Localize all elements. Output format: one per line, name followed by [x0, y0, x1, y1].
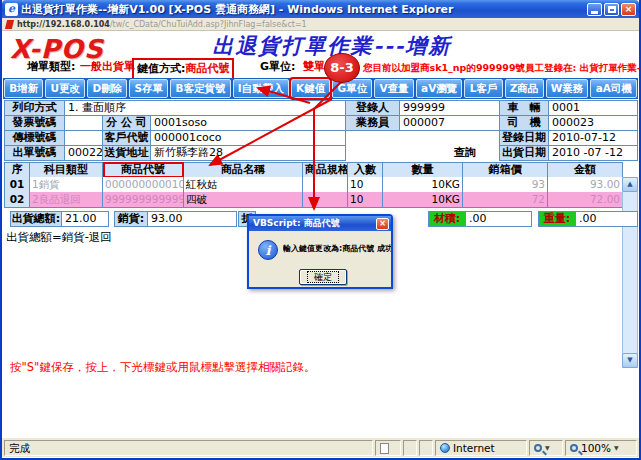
url-text[interactable]: http://192.168.0.104/tw/c_CData/ChuTuiAd…	[17, 20, 307, 29]
volume-field: .00	[465, 211, 532, 227]
zoom-control[interactable]: 100%▼	[565, 440, 637, 456]
dialog-close-button[interactable]: ×	[376, 218, 389, 230]
status-text: 完成	[9, 441, 30, 455]
voucher-field[interactable]	[64, 130, 103, 146]
print-mode-label: 列印方式	[4, 100, 65, 116]
weight-label: 重量:	[538, 211, 576, 227]
sales-label: 銷貨:	[114, 211, 148, 227]
add-type-label: 增單類型:	[27, 58, 75, 76]
address-bar: http://192.168.0.104/tw/c_CData/ChuTuiAd…	[2, 18, 639, 31]
volume-label: 材積:	[428, 211, 466, 227]
check-qty-button[interactable]: V查量	[374, 79, 414, 98]
order-no-field[interactable]: 000227	[64, 145, 103, 161]
key-mode-label: 鍵值方式:	[137, 62, 185, 75]
update-button[interactable]: U更改	[45, 79, 85, 98]
function-toolbar: B增新 U更改 D刪除 S存單 B客定貨號 I自動帶入 K鍵值 G單位 V查量 …	[3, 78, 638, 99]
col-type: 科目類型	[30, 162, 103, 178]
reg-date-label: 登錄日期	[499, 130, 549, 146]
key-value-button[interactable]: K鍵值	[291, 79, 331, 98]
vbscript-dialog: VBScript: 商品代號 × i 輸入鍵值更改為:商品代號 成功! 確定	[247, 214, 393, 289]
globe-icon	[440, 443, 450, 453]
print-mode-field[interactable]: 1. 畫面順序	[64, 100, 346, 116]
cell-code: 0000000000109	[103, 177, 184, 193]
branch-field[interactable]: 0001soso	[150, 115, 346, 131]
info-icon: i	[258, 240, 278, 260]
dialog-title: VBScript: 商品代號	[253, 217, 376, 230]
cell-type: 2良品退回	[30, 192, 103, 208]
vehicle-field[interactable]: 0001	[548, 100, 638, 116]
total-field: 21.00	[61, 211, 109, 227]
maximize-icon	[608, 6, 616, 13]
col-amount: 金額	[548, 162, 623, 178]
cell-qty-in: 10	[348, 177, 383, 193]
registrant-field[interactable]: 999999	[399, 100, 500, 116]
g-unit-label: G單位:	[260, 58, 295, 76]
security-zone-panel: Internet	[435, 440, 527, 456]
minimize-icon	[591, 11, 598, 14]
sales-button[interactable]: W業務	[546, 79, 589, 98]
scroll-down-button[interactable]: ▼	[622, 353, 638, 368]
browser-window: e 出退貨打單作業--增新V1.00 [X-POS 雲通商務網] - Windo…	[0, 0, 641, 460]
ship-date-field[interactable]: 2010 -07 -12	[548, 145, 638, 161]
dialog-message: 輸入鍵值更改為:商品代號 成功!	[283, 244, 391, 254]
phishing-filter-panel[interactable]: ▼	[529, 440, 563, 456]
browse-button[interactable]: aV瀏覽	[416, 79, 463, 98]
table-row[interactable]: 01 1銷貨 0000000000109 紅秋姑 10 10KG 93 93.0…	[4, 177, 623, 193]
reg-date-field[interactable]: 2010-07-12	[548, 130, 638, 146]
close-button[interactable]: ×	[621, 3, 636, 16]
col-qty-in: 入數	[348, 162, 383, 178]
customer-field[interactable]: 000001coco	[150, 130, 346, 146]
zoom-icon	[570, 444, 578, 452]
registrant-label: 登錄人	[345, 100, 400, 116]
driver-button[interactable]: aA司機	[590, 79, 637, 98]
customer-label: 客戶代號	[102, 130, 151, 146]
page-content: X-POS 出退貨打單作業---增新 增單類型: 一般出貨單 鍵值方式:商品代號…	[2, 31, 639, 437]
customer-button[interactable]: L客戶	[464, 79, 502, 98]
total-label: 出貨總額:	[10, 211, 62, 227]
status-bar: 完成 Internet ▼ 100%▼	[2, 437, 639, 457]
custom-code-button[interactable]: B客定貨號	[170, 79, 230, 98]
cell-spec	[303, 192, 348, 208]
dialog-ok-button[interactable]: 確定	[299, 269, 347, 285]
cell-name: 四破	[184, 192, 303, 208]
col-spec: 商品規格	[303, 162, 348, 178]
table-row[interactable]: 02 2良品退回 9999999999999 四破 10 10KG 72 72.…	[4, 192, 623, 208]
page-panel	[375, 440, 401, 456]
sales-field: 93.00	[147, 211, 237, 227]
save-order-button[interactable]: S存單	[129, 79, 168, 98]
salesman-label: 業務員	[345, 115, 400, 131]
table-header: 序 科目類型 商品代號 商品名稱 商品規格 入數 數量 銷箱價 金額	[4, 162, 623, 178]
address-field[interactable]: 新竹縣李路28	[150, 145, 346, 161]
cell-code: 9999999999999	[103, 192, 184, 208]
address-label: 送貨地址	[102, 145, 151, 161]
add-button[interactable]: B增新	[4, 79, 43, 98]
minimize-button[interactable]	[587, 3, 602, 16]
spacer-panel	[403, 440, 417, 456]
query-button[interactable]: 查詢	[454, 145, 476, 161]
cell-amount: 93.00	[548, 177, 623, 193]
scrollbar-track[interactable]	[622, 177, 638, 368]
cell-qty: 10KG	[383, 177, 463, 193]
vehicle-label: 車 輛	[499, 100, 549, 116]
help-note: 按"S"鍵保存，按上，下光標鍵或用鼠標點擊選擇相關記錄。	[10, 360, 315, 375]
auto-fill-button[interactable]: I自動帶入	[233, 79, 289, 98]
formula-text: 出貨總額=銷貨-退回	[6, 230, 112, 244]
product-button[interactable]: Z商品	[505, 79, 544, 98]
salesman-field[interactable]: 000007	[399, 115, 500, 131]
scroll-up-button[interactable]: ▲	[622, 177, 638, 192]
add-type-value: 一般出貨單	[80, 58, 135, 76]
col-product-name: 商品名稱	[184, 162, 303, 178]
driver-label: 司 機	[499, 115, 549, 131]
order-no-label: 出單號碼	[4, 145, 65, 161]
driver-field[interactable]: 000023	[548, 115, 638, 131]
title-bar: e 出退貨打單作業--增新V1.00 [X-POS 雲通商務網] - Windo…	[2, 0, 639, 18]
maximize-button[interactable]	[604, 3, 619, 16]
delete-button[interactable]: D刪除	[87, 79, 127, 98]
col-qty: 數量	[383, 162, 463, 178]
cell-price: 93	[463, 177, 548, 193]
dialog-body: i 輸入鍵值更改為:商品代號 成功! 確定	[249, 231, 391, 289]
cell-name: 紅秋姑	[184, 177, 303, 193]
cell-spec	[303, 177, 348, 193]
invoice-field[interactable]	[64, 115, 103, 131]
step-badge: 8-3	[324, 53, 360, 83]
